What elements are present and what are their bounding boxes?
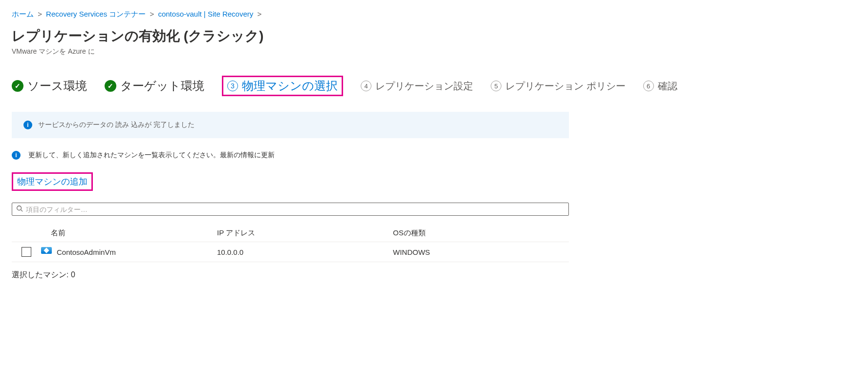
table-row[interactable]: ContosoAdminVm 10.0.0.0 WINDOWS: [12, 242, 569, 262]
svg-point-0: [17, 206, 22, 210]
step-label: 物理マシンの選択: [242, 78, 338, 94]
step-source-env[interactable]: ✓ ソース環境: [12, 78, 87, 94]
search-icon: [16, 205, 23, 213]
chevron-right-icon: >: [148, 10, 156, 18]
info-icon: i: [23, 121, 32, 129]
step-label: レプリケーション設定: [375, 80, 473, 93]
step-number: 5: [491, 81, 501, 91]
breadcrumb-home[interactable]: ホーム: [12, 10, 34, 18]
selection-count: 選択したマシン: 0: [12, 270, 856, 280]
machine-ip: 10.0.0.0: [217, 248, 393, 256]
step-replication-settings[interactable]: 4 レプリケーション設定: [361, 80, 473, 93]
breadcrumb-rsv[interactable]: Recovery Services コンテナー: [46, 10, 146, 18]
step-label: レプリケーション ポリシー: [505, 80, 626, 93]
vm-icon: [41, 247, 52, 257]
breadcrumb: ホーム > Recovery Services コンテナー > contoso-…: [12, 8, 856, 25]
step-confirm[interactable]: 6 確認: [643, 80, 677, 93]
refresh-hint-text: 更新して、新しく追加されたマシンを一覧表示してください。最新の情報に更新: [28, 151, 275, 160]
step-label: ターゲット環境: [120, 78, 204, 94]
add-physical-machine-link[interactable]: 物理マシンの追加: [12, 172, 93, 191]
row-checkbox[interactable]: [22, 247, 31, 257]
page-title: レプリケーションの有効化 (クラシック): [12, 27, 856, 45]
step-replication-policy[interactable]: 5 レプリケーション ポリシー: [491, 80, 626, 93]
column-header-name[interactable]: 名前: [41, 228, 217, 238]
step-label: ソース環境: [27, 78, 87, 94]
step-label: 確認: [658, 80, 677, 93]
column-header-ip[interactable]: IP アドレス: [217, 228, 393, 238]
add-physical-machine-label: 物理マシンの追加: [17, 177, 87, 186]
checkmark-icon: ✓: [12, 80, 23, 92]
checkmark-icon: ✓: [105, 80, 116, 92]
step-number: 4: [361, 81, 371, 91]
machine-name: ContosoAdminVm: [57, 248, 116, 256]
column-header-os[interactable]: OSの種類: [393, 228, 569, 238]
machines-table: 名前 IP アドレス OSの種類 ContosoAdminVm 10.0.0.0…: [12, 225, 569, 262]
page-subtitle: VMware マシンを Azure に: [12, 47, 856, 56]
info-banner-text: サービスからのデータの 読み 込みが 完了しました: [38, 121, 195, 129]
info-icon: i: [12, 151, 21, 160]
filter-input[interactable]: [26, 206, 564, 213]
chevron-right-icon: >: [36, 10, 44, 18]
refresh-hint-row: i 更新して、新しく追加されたマシンを一覧表示してください。最新の情報に更新: [12, 151, 856, 160]
chevron-right-icon: >: [255, 10, 263, 18]
selection-label: 選択したマシン:: [12, 270, 71, 279]
info-banner: i サービスからのデータの 読み 込みが 完了しました: [12, 112, 569, 138]
machine-os: WINDOWS: [393, 248, 569, 256]
svg-line-1: [21, 210, 23, 212]
wizard-steps: ✓ ソース環境 ✓ ターゲット環境 3 物理マシンの選択 4 レプリケーション設…: [12, 76, 856, 96]
filter-box[interactable]: [12, 203, 569, 216]
step-number: 3: [227, 81, 238, 91]
step-target-env[interactable]: ✓ ターゲット環境: [105, 78, 204, 94]
breadcrumb-vault[interactable]: contoso-vault | Site Recovery: [158, 10, 253, 18]
table-header-row: 名前 IP アドレス OSの種類: [12, 225, 569, 242]
step-physical-machines[interactable]: 3 物理マシンの選択: [222, 76, 343, 96]
selection-value: 0: [71, 270, 75, 279]
step-number: 6: [643, 81, 654, 91]
